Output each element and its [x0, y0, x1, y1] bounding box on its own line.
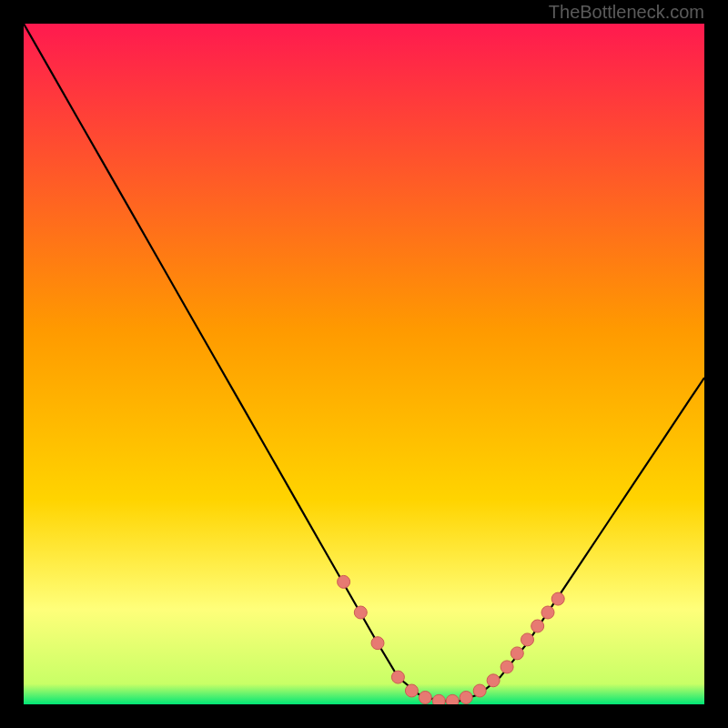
marker-dot — [531, 620, 544, 632]
marker-dot — [354, 606, 367, 619]
plot-area — [24, 24, 704, 704]
marker-dot — [511, 647, 523, 660]
marker-dot — [391, 671, 404, 683]
marker-dot — [473, 684, 486, 697]
marker-dot — [521, 633, 534, 646]
svg-rect-0 — [24, 24, 704, 704]
marker-dot — [500, 661, 513, 673]
watermark-text: TheBottleneck.com — [549, 2, 704, 23]
chart-frame: TheBottleneck.com — [0, 0, 728, 728]
marker-dot — [487, 674, 500, 687]
chart-svg — [24, 24, 704, 704]
marker-dot — [419, 692, 431, 704]
marker-dot — [371, 637, 384, 650]
marker-dot — [405, 684, 418, 697]
marker-dot — [446, 694, 459, 704]
marker-dot — [541, 606, 554, 619]
marker-dot — [551, 592, 564, 605]
marker-dot — [338, 575, 350, 588]
marker-dot — [460, 692, 472, 704]
marker-dot — [432, 694, 445, 704]
